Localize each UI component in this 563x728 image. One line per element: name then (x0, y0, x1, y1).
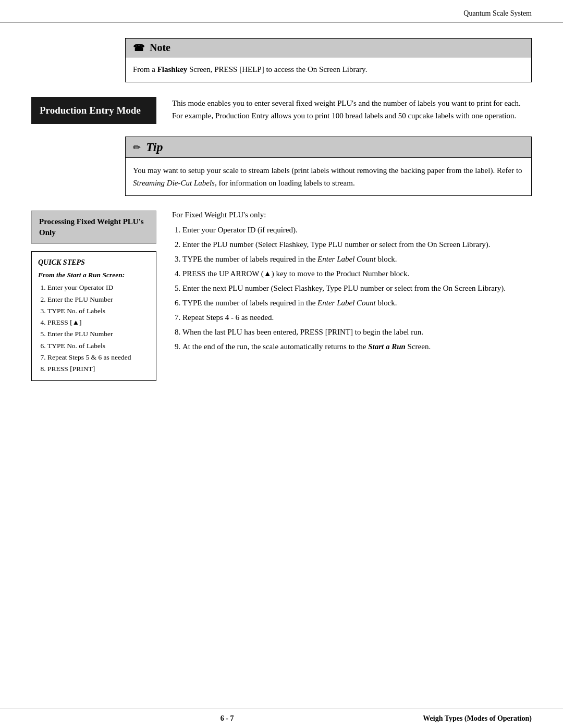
processing-section: Processing Fixed Weight PLU's Only QUICK… (31, 211, 532, 381)
list-item: Enter the PLU number (Select Flashkey, T… (182, 238, 532, 251)
list-item: TYPE the number of labels required in th… (182, 297, 532, 309)
processing-left: Processing Fixed Weight PLU's Only QUICK… (31, 211, 156, 381)
production-entry-section: Production Entry Mode This mode enables … (31, 97, 532, 125)
tip-body-text: You may want to setup your scale to stre… (133, 166, 522, 187)
tip-box: ✏ Tip You may want to setup your scale t… (125, 137, 532, 196)
production-entry-body: This mode enables you to enter several f… (172, 97, 532, 122)
list-item: When the last PLU has been entered, PRES… (182, 326, 532, 338)
quick-steps-box: QUICK STEPS From the Start a Run Screen:… (31, 251, 156, 381)
quick-steps-list: Enter your Operator ID Enter the PLU Num… (38, 282, 150, 374)
page-footer: 6 - 7 Weigh Types (Modes of Operation) (0, 709, 563, 728)
processing-steps-list: Enter your Operator ID (if required). En… (172, 224, 532, 353)
list-item: TYPE the number of labels required in th… (182, 253, 532, 265)
tip-body: You may want to setup your scale to stre… (125, 158, 532, 196)
list-item: Enter the PLU Number (47, 329, 150, 339)
list-item: Enter your Operator ID (if required). (182, 224, 532, 236)
note-title: Note (150, 42, 170, 54)
production-entry-right: This mode enables you to enter several f… (172, 97, 532, 125)
main-content: ☎ Note From a Flashkey Screen, PRESS [HE… (0, 22, 563, 709)
tip-header: ✏ Tip (125, 137, 532, 158)
list-item: TYPE No. of Labels (47, 306, 150, 316)
note-phone-icon: ☎ (133, 42, 144, 54)
processing-right: For Fixed Weight PLU's only: Enter your … (172, 211, 532, 381)
tip-section: ✏ Tip You may want to setup your scale t… (125, 137, 532, 196)
note-body-text: From a Flashkey Screen, PRESS [HELP] to … (133, 65, 367, 73)
list-item: At the end of the run, the scale automat… (182, 340, 532, 353)
note-box: ☎ Note From a Flashkey Screen, PRESS [HE… (125, 38, 532, 82)
processing-heading: Processing Fixed Weight PLU's Only (31, 211, 156, 244)
quick-steps-title: QUICK STEPS (38, 257, 150, 268)
list-item: Enter your Operator ID (47, 282, 150, 293)
list-item: Enter the PLU Number (47, 294, 150, 305)
note-header: ☎ Note (125, 38, 532, 57)
quick-steps-subtitle: From the Start a Run Screen: (38, 270, 150, 280)
processing-heading-text: Processing Fixed Weight PLU's Only (39, 217, 144, 237)
list-item: Enter the next PLU number (Select Flashk… (182, 282, 532, 294)
footer-page-number: 6 - 7 (221, 714, 234, 723)
list-item: Repeat Steps 5 & 6 as needed (47, 352, 150, 363)
production-entry-heading: Production Entry Mode (31, 97, 156, 125)
page-header: Quantum Scale System (0, 0, 563, 22)
processing-intro: For Fixed Weight PLU's only: (172, 211, 532, 219)
footer-section-title: Weigh Types (Modes of Operation) (423, 714, 532, 723)
tip-pencil-icon: ✏ (133, 142, 141, 153)
note-body: From a Flashkey Screen, PRESS [HELP] to … (125, 57, 532, 82)
tip-title: Tip (146, 140, 163, 154)
header-title: Quantum Scale System (463, 9, 532, 18)
list-item: PRESS [▲] (47, 317, 150, 328)
list-item: Repeat Steps 4 - 6 as needed. (182, 311, 532, 324)
list-item: TYPE No. of Labels (47, 341, 150, 351)
production-entry-left: Production Entry Mode (31, 97, 156, 125)
list-item: PRESS [PRINT] (47, 364, 150, 374)
list-item: PRESS the UP ARROW (▲) key to move to th… (182, 267, 532, 280)
